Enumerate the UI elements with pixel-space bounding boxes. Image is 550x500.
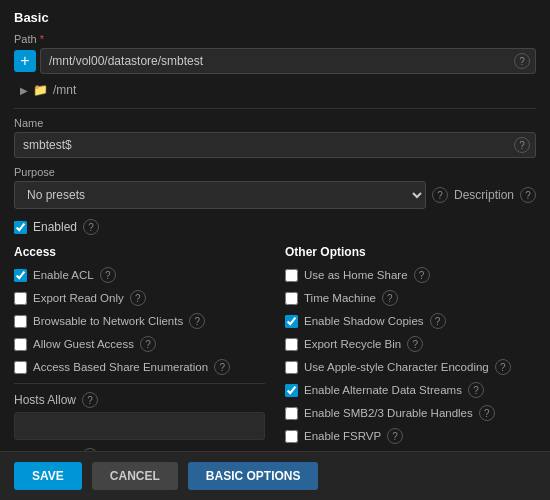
- enabled-label[interactable]: Enabled: [33, 220, 77, 234]
- other-item-7: Enable FSRVP ?: [285, 428, 536, 444]
- tree-arrow-icon: ▶: [20, 85, 28, 96]
- other-item-4: Use Apple-style Character Encoding ?: [285, 359, 536, 375]
- other-options-title: Other Options: [285, 245, 536, 259]
- description-link[interactable]: Description: [454, 188, 514, 202]
- access-item-0: Enable ACL ?: [14, 267, 265, 283]
- export-readonly-label: Export Read Only: [33, 292, 124, 304]
- guest-access-checkbox[interactable]: [14, 338, 27, 351]
- path-label: Path *: [14, 33, 536, 45]
- export-readonly-checkbox[interactable]: [14, 292, 27, 305]
- name-help-icon[interactable]: ?: [514, 137, 530, 153]
- tree-item-mnt[interactable]: ▶ 📁 /mnt: [14, 80, 536, 100]
- alt-data-streams-help-icon[interactable]: ?: [468, 382, 484, 398]
- alt-data-streams-checkbox[interactable]: [285, 384, 298, 397]
- home-share-label: Use as Home Share: [304, 269, 408, 281]
- form-scroll-area: Basic Path * + ? ▶ 📁 /mnt Name ?: [0, 0, 550, 451]
- footer: SAVE CANCEL BASIC OPTIONS: [0, 451, 550, 500]
- other-item-3: Export Recycle Bin ?: [285, 336, 536, 352]
- enabled-help-icon[interactable]: ?: [83, 219, 99, 235]
- hosts-allow-label-row: Hosts Allow ?: [14, 392, 265, 408]
- smb-share-form: Basic Path * + ? ▶ 📁 /mnt Name ?: [0, 0, 550, 500]
- basic-options-button[interactable]: BASIC OPTIONS: [188, 462, 319, 490]
- readonly-help-icon[interactable]: ?: [130, 290, 146, 306]
- smb23-handles-label: Enable SMB2/3 Durable Handles: [304, 407, 473, 419]
- time-machine-help-icon[interactable]: ?: [382, 290, 398, 306]
- path-input-wrap: ?: [40, 48, 536, 74]
- enable-acl-checkbox[interactable]: [14, 269, 27, 282]
- access-item-1: Export Read Only ?: [14, 290, 265, 306]
- abse-checkbox[interactable]: [14, 361, 27, 374]
- abse-label: Access Based Share Enumeration: [33, 361, 208, 373]
- hosts-allow-input[interactable]: [14, 412, 265, 440]
- other-item-0: Use as Home Share ?: [285, 267, 536, 283]
- purpose-label: Purpose: [14, 166, 536, 178]
- name-input[interactable]: [14, 132, 536, 158]
- two-col-section: Access Enable ACL ? Export Read Only ? B…: [14, 245, 536, 451]
- other-item-6: Enable SMB2/3 Durable Handles ?: [285, 405, 536, 421]
- hosts-allow-section: Hosts Allow ?: [14, 392, 265, 440]
- fsrvp-checkbox[interactable]: [285, 430, 298, 443]
- access-title: Access: [14, 245, 265, 259]
- other-options-column: Other Options Use as Home Share ? Time M…: [285, 245, 536, 451]
- recycle-bin-checkbox[interactable]: [285, 338, 298, 351]
- abse-help-icon[interactable]: ?: [214, 359, 230, 375]
- path-container: + ?: [14, 48, 536, 74]
- name-row: ?: [14, 132, 536, 158]
- access-item-2: Browsable to Network Clients ?: [14, 313, 265, 329]
- smb23-handles-checkbox[interactable]: [285, 407, 298, 420]
- divider-1: [14, 108, 536, 109]
- purpose-help-icon[interactable]: ?: [432, 187, 448, 203]
- home-share-help-icon[interactable]: ?: [414, 267, 430, 283]
- section-title: Basic: [14, 10, 536, 25]
- other-item-2: Enable Shadow Copies ?: [285, 313, 536, 329]
- fsrvp-help-icon[interactable]: ?: [387, 428, 403, 444]
- hosts-allow-label: Hosts Allow: [14, 393, 76, 407]
- browsable-label: Browsable to Network Clients: [33, 315, 183, 327]
- acl-help-icon[interactable]: ?: [100, 267, 116, 283]
- browsable-checkbox[interactable]: [14, 315, 27, 328]
- name-input-wrap: ?: [14, 132, 536, 158]
- shadow-copies-label: Enable Shadow Copies: [304, 315, 424, 327]
- purpose-row: No presets ? Description ?: [14, 181, 536, 209]
- folder-icon: 📁: [33, 83, 48, 97]
- access-item-3: Allow Guest Access ?: [14, 336, 265, 352]
- cancel-button[interactable]: CANCEL: [92, 462, 178, 490]
- home-share-checkbox[interactable]: [285, 269, 298, 282]
- path-input[interactable]: [40, 48, 536, 74]
- other-item-1: Time Machine ?: [285, 290, 536, 306]
- time-machine-label: Time Machine: [304, 292, 376, 304]
- save-button[interactable]: SAVE: [14, 462, 82, 490]
- apple-encoding-checkbox[interactable]: [285, 361, 298, 374]
- divider-hosts: [14, 383, 265, 384]
- path-help-icon[interactable]: ?: [514, 53, 530, 69]
- fsrvp-label: Enable FSRVP: [304, 430, 381, 442]
- other-item-5: Enable Alternate Data Streams ?: [285, 382, 536, 398]
- shadow-copies-checkbox[interactable]: [285, 315, 298, 328]
- alt-data-streams-label: Enable Alternate Data Streams: [304, 384, 462, 396]
- enable-acl-label: Enable ACL: [33, 269, 94, 281]
- guest-access-label: Allow Guest Access: [33, 338, 134, 350]
- apple-encoding-help-icon[interactable]: ?: [495, 359, 511, 375]
- access-item-4: Access Based Share Enumeration ?: [14, 359, 265, 375]
- recycle-bin-label: Export Recycle Bin: [304, 338, 401, 350]
- purpose-select[interactable]: No presets: [14, 181, 426, 209]
- tree-item-label: /mnt: [53, 83, 76, 97]
- recycle-bin-help-icon[interactable]: ?: [407, 336, 423, 352]
- access-column: Access Enable ACL ? Export Read Only ? B…: [14, 245, 265, 451]
- add-path-button[interactable]: +: [14, 50, 36, 72]
- guest-help-icon[interactable]: ?: [140, 336, 156, 352]
- name-label: Name: [14, 117, 536, 129]
- smb23-help-icon[interactable]: ?: [479, 405, 495, 421]
- shadow-copies-help-icon[interactable]: ?: [430, 313, 446, 329]
- enabled-row: Enabled ?: [14, 219, 536, 235]
- time-machine-checkbox[interactable]: [285, 292, 298, 305]
- enabled-checkbox[interactable]: [14, 221, 27, 234]
- hosts-allow-help-icon[interactable]: ?: [82, 392, 98, 408]
- apple-encoding-label: Use Apple-style Character Encoding: [304, 361, 489, 373]
- browsable-help-icon[interactable]: ?: [189, 313, 205, 329]
- description-help-icon[interactable]: ?: [520, 187, 536, 203]
